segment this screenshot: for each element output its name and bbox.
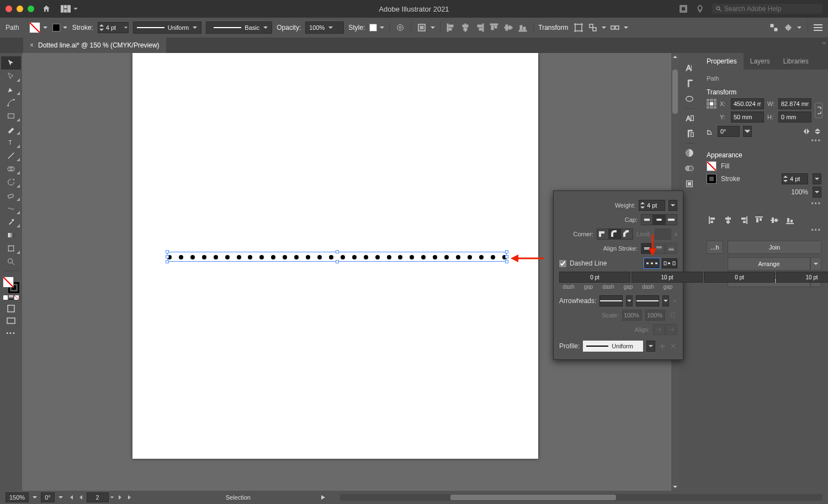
align-to-button[interactable] bbox=[416, 22, 428, 34]
projecting-cap-button[interactable] bbox=[665, 214, 677, 225]
curvature-tool[interactable] bbox=[1, 96, 21, 109]
variable-width-profile-select[interactable]: Uniform bbox=[133, 22, 202, 34]
transform-each-button[interactable] bbox=[609, 22, 621, 34]
brushes-panel-icon[interactable] bbox=[684, 179, 694, 189]
stroke-weight-input[interactable] bbox=[105, 24, 124, 31]
transform-label[interactable]: Transform bbox=[538, 24, 568, 31]
weight-input[interactable] bbox=[646, 202, 665, 209]
round-cap-button[interactable] bbox=[653, 214, 665, 225]
tab-properties[interactable]: Properties bbox=[700, 53, 744, 70]
color-panel-icon[interactable] bbox=[684, 148, 694, 158]
stroke-weight-dropdown[interactable] bbox=[813, 173, 821, 184]
align-bottom-button[interactable] bbox=[517, 22, 529, 34]
align-left-button[interactable] bbox=[445, 22, 457, 34]
flip-across-icon[interactable] bbox=[670, 342, 677, 350]
control-bar-menu-button[interactable] bbox=[814, 24, 822, 31]
eyedropper-tool[interactable] bbox=[1, 215, 21, 229]
align-more-button[interactable]: ••• bbox=[707, 226, 821, 234]
close-window-button[interactable] bbox=[6, 6, 12, 12]
eraser-tool[interactable] bbox=[1, 189, 21, 202]
rotation-field[interactable]: 0° bbox=[41, 492, 55, 502]
align-vcenter-button[interactable] bbox=[502, 22, 514, 34]
edit-toolbar-button[interactable]: ••• bbox=[6, 330, 16, 336]
scrollbar-thumb[interactable] bbox=[672, 70, 678, 114]
type-tool[interactable]: T bbox=[1, 136, 21, 149]
zoom-tool[interactable] bbox=[1, 255, 21, 268]
butt-cap-button[interactable] bbox=[641, 214, 653, 225]
brush-definition-select[interactable]: Basic bbox=[206, 22, 272, 34]
rotate-tool[interactable] bbox=[1, 176, 21, 189]
zoom-level-field[interactable]: 150% bbox=[6, 492, 29, 502]
swatches-panel-icon[interactable] bbox=[684, 163, 694, 173]
transform-more-button[interactable]: ••• bbox=[707, 137, 821, 145]
selection-tool[interactable] bbox=[1, 56, 21, 70]
stroke-weight-stepper[interactable] bbox=[782, 173, 808, 184]
scroll-up-button[interactable] bbox=[671, 53, 679, 61]
first-artboard-button[interactable] bbox=[67, 493, 76, 502]
chevron-down-icon[interactable] bbox=[110, 495, 114, 500]
shape-builder-tool[interactable] bbox=[1, 162, 21, 176]
align-vcenter-button[interactable] bbox=[768, 214, 781, 226]
character-panel-icon[interactable]: A bbox=[684, 63, 694, 73]
status-play-icon[interactable] bbox=[320, 495, 326, 500]
weight-dropdown[interactable] bbox=[668, 200, 677, 211]
char-styles-panel-icon[interactable]: A bbox=[684, 113, 694, 123]
reference-point-selector[interactable] bbox=[707, 99, 716, 109]
resize-handle[interactable] bbox=[505, 250, 508, 253]
selected-path[interactable] bbox=[167, 252, 507, 262]
stroke-weight-control-label[interactable]: Stroke: bbox=[72, 24, 93, 31]
width-tool[interactable] bbox=[1, 202, 21, 215]
arrange-button[interactable]: Arrange bbox=[728, 257, 810, 270]
fill-swatch[interactable] bbox=[707, 161, 716, 171]
arrange-documents-button[interactable] bbox=[61, 5, 78, 13]
opacity-dropdown[interactable] bbox=[813, 187, 821, 198]
arrowhead-start-dropdown[interactable] bbox=[626, 295, 633, 306]
resize-handle[interactable] bbox=[166, 255, 169, 258]
recolor-artwork-button[interactable] bbox=[394, 22, 406, 34]
arrowhead-end-select[interactable] bbox=[636, 295, 659, 306]
align-hcenter-button[interactable] bbox=[722, 214, 734, 226]
prev-artboard-button[interactable] bbox=[77, 493, 86, 502]
graphic-style-select[interactable] bbox=[369, 24, 385, 31]
preserve-dash-button[interactable] bbox=[644, 258, 660, 268]
draw-mode-button[interactable] bbox=[7, 304, 15, 313]
flip-vertical-button[interactable] bbox=[814, 128, 821, 135]
resize-handle[interactable] bbox=[505, 255, 508, 258]
arrowhead-start-select[interactable] bbox=[599, 295, 623, 306]
arrange-dropdown[interactable] bbox=[810, 257, 821, 270]
stroke-weight-input[interactable] bbox=[789, 176, 808, 182]
color-modes[interactable] bbox=[3, 295, 19, 300]
stroke-swatch[interactable] bbox=[707, 174, 716, 184]
last-artboard-button[interactable] bbox=[125, 493, 134, 502]
dash2-input[interactable] bbox=[704, 272, 775, 283]
angle-input[interactable] bbox=[718, 126, 740, 137]
screen-mode-button[interactable] bbox=[7, 316, 15, 325]
fill-stroke-indicator[interactable] bbox=[3, 277, 19, 293]
tab-libraries[interactable]: Libraries bbox=[777, 53, 815, 70]
artboard-tool[interactable] bbox=[1, 242, 21, 255]
align-dash-corners-button[interactable] bbox=[662, 258, 677, 268]
stroke-label[interactable]: Stroke bbox=[721, 175, 740, 183]
paragraph-panel-icon[interactable] bbox=[684, 78, 694, 88]
offset-path-button[interactable]: ...h bbox=[707, 241, 723, 254]
resize-handle[interactable] bbox=[505, 260, 508, 263]
para-styles-panel-icon[interactable] bbox=[684, 129, 694, 139]
resize-handle[interactable] bbox=[336, 250, 339, 253]
flip-horizontal-button[interactable] bbox=[803, 128, 810, 135]
lightbulb-icon[interactable] bbox=[696, 4, 704, 13]
appearance-more-button[interactable]: ••• bbox=[707, 200, 821, 208]
round-join-button[interactable] bbox=[609, 229, 621, 240]
home-icon[interactable] bbox=[42, 4, 51, 13]
bevel-join-button[interactable] bbox=[621, 229, 633, 240]
align-hcenter-button[interactable] bbox=[459, 22, 471, 34]
dash1-input[interactable] bbox=[559, 272, 630, 283]
link-wh-toggle[interactable] bbox=[815, 103, 822, 118]
flip-along-icon[interactable] bbox=[659, 342, 666, 350]
rectangle-tool[interactable] bbox=[1, 109, 21, 123]
resize-handle[interactable] bbox=[166, 260, 169, 263]
scroll-down-button[interactable] bbox=[671, 483, 679, 491]
swap-arrowheads-button[interactable] bbox=[672, 296, 677, 305]
align-left-button[interactable] bbox=[707, 214, 719, 226]
fill-swatch-control[interactable] bbox=[29, 22, 48, 33]
stroke-weight-stepper[interactable] bbox=[98, 22, 129, 33]
